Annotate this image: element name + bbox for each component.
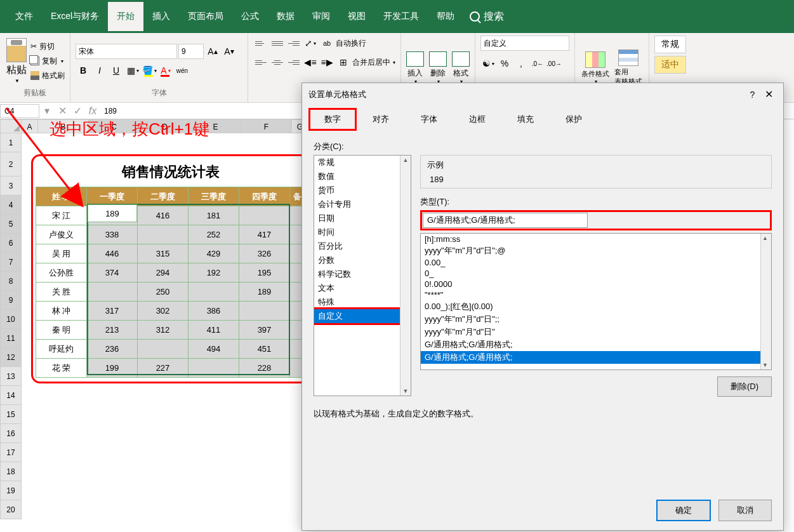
tab-file[interactable]: 文件 <box>6 2 42 31</box>
increase-decimal-icon[interactable]: .0← <box>530 56 545 71</box>
value-cell[interactable]: 250 <box>138 283 189 302</box>
type-input[interactable] <box>423 213 588 228</box>
align-top-right-icon[interactable] <box>286 37 301 50</box>
value-cell[interactable] <box>138 225 189 244</box>
dialog-help-button[interactable]: ? <box>746 90 759 100</box>
dialog-tab-number[interactable]: 数字 <box>308 108 357 131</box>
format-painter-button[interactable]: 格式刷 <box>30 69 65 83</box>
value-cell[interactable]: 189 <box>239 283 290 302</box>
category-item[interactable]: 分数 <box>314 253 411 267</box>
paste-button[interactable]: 粘贴 ▼ <box>5 37 28 85</box>
row-header[interactable]: 7 <box>0 253 22 272</box>
table-format-button[interactable]: 套用 表格格式 <box>613 48 644 88</box>
category-list[interactable]: 常规数值货币会计专用日期时间百分比分数科学记数文本特殊自定义▲▼ <box>314 155 411 396</box>
tab-insert[interactable]: 插入 <box>143 2 179 31</box>
currency-button[interactable]: ☯▾ <box>480 56 496 71</box>
value-cell[interactable]: 302 <box>138 302 189 321</box>
value-cell[interactable]: 181 <box>189 206 239 225</box>
value-cell[interactable]: 446 <box>87 244 138 263</box>
value-cell[interactable]: 252 <box>189 225 239 244</box>
value-cell[interactable]: 451 <box>239 340 290 359</box>
delete-cells-button[interactable]: 删除▾ <box>429 51 447 84</box>
category-item[interactable]: 常规 <box>314 156 411 170</box>
value-cell[interactable]: 236 <box>87 340 138 359</box>
scroll-up-icon[interactable]: ▲ <box>402 156 410 164</box>
decrease-font-icon[interactable]: A▾ <box>222 44 237 59</box>
number-format-select[interactable] <box>480 36 569 51</box>
category-item[interactable]: 自定义 <box>314 309 411 323</box>
value-cell[interactable]: 294 <box>138 263 189 283</box>
decrease-indent-icon[interactable]: ◀≡ <box>303 55 318 70</box>
decrease-decimal-icon[interactable]: .00→ <box>546 56 562 71</box>
border-button[interactable]: ▦▾ <box>125 63 140 78</box>
col-header[interactable]: F <box>241 119 292 133</box>
orientation-button[interactable]: ⤢▾ <box>303 36 318 51</box>
underline-button[interactable]: U <box>109 63 124 78</box>
value-cell[interactable]: 312 <box>138 321 189 340</box>
category-item[interactable]: 科学记数 <box>314 267 411 281</box>
scroll-down-icon[interactable]: ▼ <box>761 361 771 369</box>
value-cell[interactable]: 429 <box>189 244 239 263</box>
type-item[interactable]: 0.00_);[红色](0.00) <box>421 300 771 313</box>
name-cell[interactable]: 林 冲 <box>36 302 87 321</box>
type-item[interactable]: G/通用格式;G/通用格式; <box>421 338 771 351</box>
name-cell[interactable]: 公孙胜 <box>36 263 87 283</box>
value-cell[interactable]: 417 <box>239 225 290 244</box>
row-header[interactable]: 5 <box>0 215 22 234</box>
tab-formulas[interactable]: 公式 <box>232 2 268 31</box>
value-cell[interactable]: 397 <box>239 321 290 340</box>
align-center-icon[interactable] <box>270 56 285 69</box>
value-cell[interactable]: 494 <box>189 340 239 359</box>
value-cell[interactable]: 317 <box>87 302 138 321</box>
type-item[interactable]: [h]:mm:ss <box>421 234 771 244</box>
dialog-tab-font[interactable]: 字体 <box>405 108 453 131</box>
value-cell[interactable]: 374 <box>87 263 138 283</box>
phonetic-button[interactable]: wén <box>175 63 190 78</box>
value-cell[interactable]: 411 <box>189 321 239 340</box>
tab-help[interactable]: 帮助 <box>428 2 463 31</box>
italic-button[interactable]: I <box>92 63 107 78</box>
row-header[interactable]: 9 <box>0 291 22 310</box>
value-cell[interactable] <box>239 302 290 321</box>
delete-format-button[interactable]: 删除(D) <box>717 376 772 397</box>
name-cell[interactable]: 卢俊义 <box>36 225 87 244</box>
chevron-down-icon[interactable]: ▾ <box>393 60 395 65</box>
row-header[interactable]: 13 <box>0 367 22 386</box>
insert-cells-button[interactable]: 插入▾ <box>406 51 424 84</box>
value-cell[interactable] <box>87 283 138 302</box>
value-cell[interactable]: 227 <box>138 359 189 378</box>
value-cell[interactable] <box>189 283 239 302</box>
category-item[interactable]: 数值 <box>314 170 411 183</box>
row-header[interactable]: 11 <box>0 329 22 348</box>
cut-button[interactable]: ✂剪切 <box>30 40 65 53</box>
increase-font-icon[interactable]: A▴ <box>205 44 220 59</box>
fill-color-button[interactable]: 🪣▾ <box>142 63 157 78</box>
name-cell[interactable]: 秦 明 <box>36 321 87 340</box>
dialog-tab-border[interactable]: 边框 <box>453 108 501 131</box>
value-cell[interactable]: 195 <box>239 263 290 283</box>
align-left-icon[interactable] <box>253 56 268 69</box>
scroll-up-icon[interactable]: ▲ <box>761 234 771 243</box>
type-item[interactable]: G/通用格式;G/通用格式; <box>421 351 771 364</box>
name-cell[interactable]: 吴 用 <box>36 244 87 263</box>
copy-button[interactable]: 复制▾ <box>30 55 65 68</box>
name-cell[interactable]: 花 荣 <box>36 359 87 378</box>
row-header[interactable]: 16 <box>0 424 22 443</box>
value-cell[interactable]: 213 <box>87 321 138 340</box>
tab-review[interactable]: 审阅 <box>303 2 339 31</box>
cancel-button[interactable]: 取消 <box>718 500 772 521</box>
tab-page-layout[interactable]: 页面布局 <box>179 2 232 31</box>
value-cell[interactable]: 315 <box>138 244 189 263</box>
search-area[interactable]: 搜索 <box>470 10 504 23</box>
percent-button[interactable]: % <box>497 56 512 71</box>
type-item[interactable]: 0_ <box>421 268 771 279</box>
category-item[interactable]: 会计专用 <box>314 197 411 211</box>
font-color-button[interactable]: A▾ <box>158 63 173 78</box>
row-header[interactable]: 18 <box>0 462 22 481</box>
conditional-formatting-button[interactable]: 条件格式▾ <box>580 50 611 86</box>
type-item[interactable]: yyyy"年"m"月"d"日" <box>421 326 771 338</box>
row-header[interactable]: 10 <box>0 310 22 329</box>
font-size-select[interactable] <box>178 44 204 59</box>
dialog-close-button[interactable]: ✕ <box>761 89 777 100</box>
type-item[interactable]: 0!.0000 <box>421 279 771 289</box>
